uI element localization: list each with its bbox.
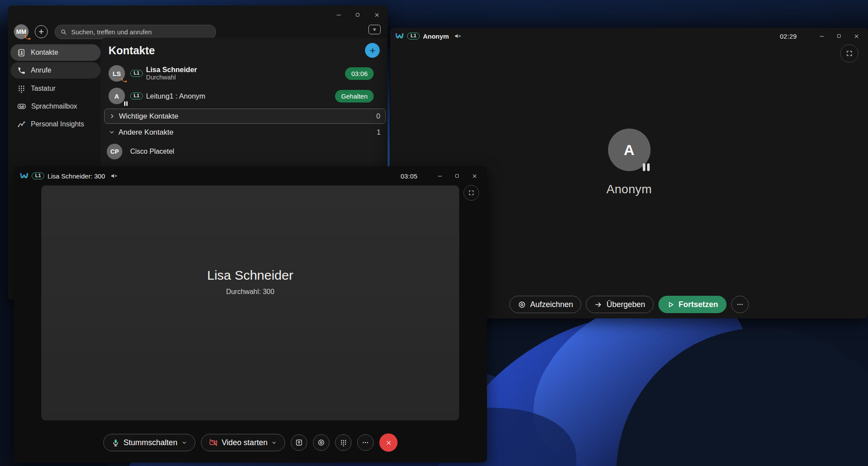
expand-view-button[interactable] bbox=[840, 44, 858, 63]
transfer-button[interactable]: Übergeben bbox=[586, 296, 653, 313]
participant-avatar: A bbox=[608, 129, 651, 171]
end-call-button[interactable] bbox=[379, 433, 398, 452]
on-call-phone-icon bbox=[120, 76, 128, 84]
connect-to-device-button[interactable] bbox=[368, 25, 381, 34]
avatar: LS bbox=[108, 65, 125, 82]
sidebar-item-personal-insights[interactable]: Personal Insights bbox=[10, 116, 101, 133]
minimize-button[interactable] bbox=[433, 170, 446, 182]
maximize-button[interactable] bbox=[832, 30, 845, 42]
contact-row-cisco-placetel[interactable]: CP Cisco Placetel bbox=[101, 141, 388, 162]
participant-name: Lisa Schneider bbox=[41, 268, 459, 283]
sidebar: Kontakte Anrufe Tastatur Sprachmailbox P… bbox=[10, 44, 101, 133]
resume-button[interactable]: Fortsetzen bbox=[658, 296, 727, 313]
chevron-down-icon bbox=[108, 129, 115, 136]
phone-icon bbox=[17, 66, 26, 75]
record-button[interactable]: Aufzeichnen bbox=[510, 296, 581, 313]
sidebar-item-sprachmailbox[interactable]: Sprachmailbox bbox=[10, 98, 101, 115]
share-screen-button[interactable] bbox=[291, 434, 307, 451]
group-wichtige-kontakte[interactable]: Wichtige Kontakte 0 bbox=[104, 109, 386, 124]
more-options-button[interactable] bbox=[357, 434, 374, 451]
search-input[interactable] bbox=[70, 28, 210, 36]
sidebar-item-label: Tastatur bbox=[31, 85, 56, 93]
webex-logo-icon bbox=[395, 32, 404, 40]
search-bar[interactable] bbox=[55, 25, 216, 39]
sidebar-item-label: Kontakte bbox=[31, 49, 58, 56]
group-count: 0 bbox=[376, 112, 380, 120]
call-controls: Stummschalten Video starten bbox=[14, 433, 487, 452]
speaker-icon[interactable] bbox=[454, 32, 462, 40]
avatar-initials: LS bbox=[112, 70, 121, 77]
keypad-icon bbox=[17, 84, 26, 93]
new-action-button[interactable] bbox=[35, 25, 48, 38]
search-icon bbox=[60, 29, 67, 35]
resume-label: Fortsetzen bbox=[679, 300, 718, 309]
contact-subtitle: Durchwahl bbox=[146, 74, 197, 81]
page-title: Kontakte bbox=[108, 44, 365, 57]
expand-view-button[interactable] bbox=[464, 185, 479, 201]
line-badge: L1 bbox=[130, 93, 143, 100]
chevron-down-icon[interactable] bbox=[181, 440, 187, 446]
start-video-button[interactable]: Video starten bbox=[201, 434, 286, 451]
avatar: CP bbox=[107, 144, 122, 159]
pause-icon bbox=[124, 101, 128, 106]
close-button[interactable] bbox=[468, 170, 481, 182]
window-title: Anonym bbox=[423, 33, 449, 40]
call-timer: 03:05 bbox=[401, 172, 418, 180]
line-badge: L1 bbox=[130, 70, 143, 77]
avatar-initials: CP bbox=[110, 148, 118, 155]
play-icon bbox=[667, 301, 675, 309]
group-label: Andere Kontakte bbox=[118, 128, 174, 137]
contact-name: Cisco Placetel bbox=[130, 148, 174, 155]
window-title: Lisa Schneider: 300 bbox=[47, 172, 105, 180]
keypad-button[interactable] bbox=[335, 434, 352, 451]
sidebar-item-label: Anrufe bbox=[31, 66, 51, 74]
record-button[interactable] bbox=[313, 434, 329, 451]
record-label: Aufzeichnen bbox=[530, 300, 573, 309]
participant-name: Anonym bbox=[606, 182, 652, 196]
avatar-initials: A bbox=[115, 93, 119, 100]
microphone-icon bbox=[112, 439, 120, 447]
speaker-icon[interactable] bbox=[110, 172, 118, 180]
insights-icon bbox=[17, 120, 26, 129]
group-count: 1 bbox=[377, 129, 381, 136]
webex-logo-icon bbox=[20, 172, 28, 180]
sidebar-item-label: Sprachmailbox bbox=[31, 102, 77, 110]
add-contact-button[interactable] bbox=[365, 43, 380, 58]
sidebar-item-tastatur[interactable]: Tastatur bbox=[10, 80, 101, 97]
close-button[interactable] bbox=[370, 9, 383, 20]
contact-name: Leitung1 : Anonym bbox=[146, 92, 205, 100]
on-call-phone-icon bbox=[23, 33, 32, 42]
user-avatar[interactable]: MM bbox=[14, 24, 29, 39]
mute-button[interactable]: Stummschalten bbox=[103, 434, 195, 451]
group-label: Wichtige Kontakte bbox=[119, 112, 178, 121]
sidebar-item-kontakte[interactable]: Kontakte bbox=[10, 44, 101, 61]
minimize-button[interactable] bbox=[815, 30, 828, 42]
close-button[interactable] bbox=[850, 30, 863, 42]
contacts-icon bbox=[17, 49, 26, 57]
wallpaper-gap-streak bbox=[388, 47, 390, 166]
sidebar-item-anrufe[interactable]: Anrufe bbox=[10, 62, 101, 79]
line-badge: L1 bbox=[407, 33, 420, 40]
arrow-right-icon bbox=[594, 301, 602, 309]
maximize-button[interactable] bbox=[351, 9, 364, 20]
start-video-label: Video starten bbox=[222, 438, 268, 447]
video-stage: Lisa Schneider Durchwahl: 300 bbox=[41, 185, 459, 420]
pause-icon bbox=[643, 163, 650, 171]
sidebar-item-label: Personal Insights bbox=[31, 120, 84, 128]
active-call-row-lisa[interactable]: LS L1 Lisa Schneider Durchwahl 03:06 bbox=[101, 62, 388, 85]
group-andere-kontakte[interactable]: Andere Kontakte 1 bbox=[104, 125, 386, 139]
call-timer: 02:29 bbox=[780, 33, 797, 40]
record-icon bbox=[518, 301, 526, 309]
voicemail-icon bbox=[17, 102, 26, 111]
maximize-button[interactable] bbox=[450, 170, 464, 182]
video-off-icon bbox=[209, 438, 218, 447]
call-duration-badge: 03:06 bbox=[345, 67, 374, 80]
transfer-label: Übergeben bbox=[606, 300, 645, 309]
remote-titlebar: L1 Anonym 02:29 bbox=[390, 28, 868, 44]
avatar-initial: A bbox=[624, 142, 635, 159]
held-call-row-anonym[interactable]: A L1 Leitung1 : Anonym Gehalten bbox=[101, 85, 388, 107]
minimize-button[interactable] bbox=[332, 9, 345, 20]
more-options-button[interactable] bbox=[731, 296, 749, 313]
call-held-badge: Gehalten bbox=[335, 90, 374, 102]
chevron-down-icon[interactable] bbox=[271, 440, 277, 446]
